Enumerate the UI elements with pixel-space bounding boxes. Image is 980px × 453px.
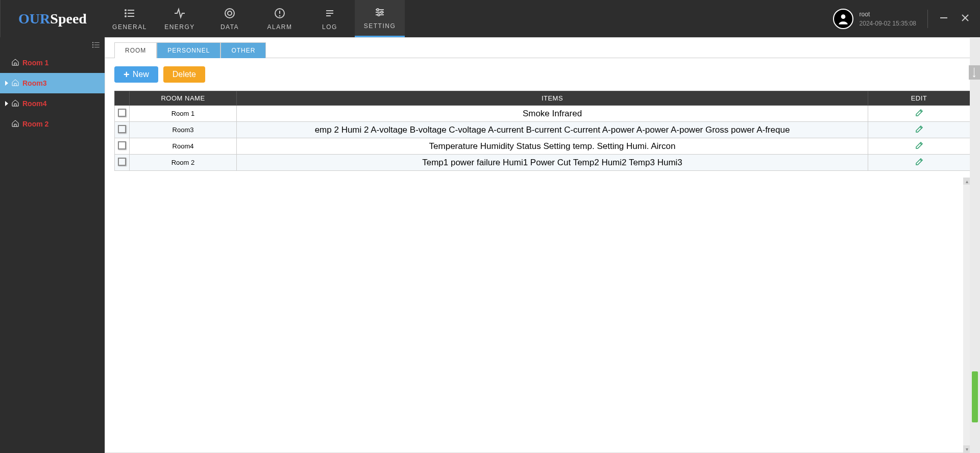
svg-point-7 [228,11,232,15]
svg-point-20 [841,14,845,19]
row-checkbox[interactable] [118,158,126,166]
nav-energy[interactable]: ENERGY [155,0,205,37]
nav-label: ALARM [267,23,292,31]
sidebar-item-label: Room4 [22,99,46,108]
scroll-track[interactable] [963,185,970,445]
app-body: Room 1 Room3 Room4 Room 2 ROOM PERSONNEL [0,37,980,453]
row-room-name: Room 1 [130,106,237,122]
logo-part2: Speed [50,11,87,27]
header-right: root 2024-09-02 15:35:08 [833,0,970,37]
row-checkbox[interactable] [118,109,126,117]
sidebar-collapse-icon[interactable] [91,40,101,52]
rooms-table: ROOM NAME ITEMS EDIT Room 1Smoke Infrare… [114,91,970,171]
home-icon [11,119,19,129]
sidebar-item-room2[interactable]: Room 2 [0,114,105,134]
nav-data[interactable]: DATA [205,0,255,37]
sliders-icon [374,6,386,18]
chevron-right-icon [5,81,8,86]
new-button[interactable]: + New [114,66,158,83]
row-edit-cell [868,155,970,171]
nav-label: GENERAL [112,23,147,31]
nav-bar: GENERAL ENERGY DATA ALARM LOG SETTING [105,0,405,37]
tab-other[interactable]: OTHER [220,42,266,58]
svg-point-5 [125,16,126,17]
row-edit-cell [868,122,970,138]
svg-point-10 [280,15,280,16]
row-check-cell [115,122,130,138]
delete-button-label: Delete [173,70,196,79]
row-checkbox[interactable] [118,125,126,133]
tab-bar: ROOM PERSONNEL OTHER [105,38,979,58]
col-header-edit: EDIT [868,91,970,106]
row-check-cell [115,155,130,171]
delete-button[interactable]: Delete [163,66,205,83]
edit-icon[interactable] [915,127,924,135]
home-icon [11,79,19,88]
tab-personnel[interactable]: PERSONNEL [157,42,220,58]
row-room-name: Room3 [130,122,237,138]
sidebar-item-room1[interactable]: Room 1 [0,53,105,73]
home-icon [11,58,19,68]
edit-icon[interactable] [915,110,924,119]
user-avatar[interactable] [833,9,853,29]
nav-setting[interactable]: SETTING [355,0,405,37]
sidebar-item-label: Room3 [22,79,46,87]
svg-point-17 [377,9,379,11]
scroll-thumb[interactable] [972,371,978,422]
row-items: Smoke Infrared [237,106,868,122]
row-edit-cell [868,106,970,122]
new-button-label: New [133,70,149,79]
close-button[interactable] [961,13,970,24]
chevron-right-icon [5,101,8,106]
main-panel: ROOM PERSONNEL OTHER + New Delete ROOM N… [105,37,980,453]
tab-room[interactable]: ROOM [114,42,157,58]
outer-scroll-panel[interactable] [970,37,980,453]
nav-label: DATA [220,23,239,31]
nav-label: LOG [322,23,337,31]
row-room-name: Room 2 [130,155,237,171]
minimize-button[interactable] [939,13,948,24]
sidebar: Room 1 Room3 Room4 Room 2 [0,37,105,453]
sidebar-item-label: Room 2 [22,120,48,128]
col-header-room: ROOM NAME [130,91,237,106]
sidebar-item-room4[interactable]: Room4 [0,93,105,114]
divider [927,10,928,28]
row-room-name: Room4 [130,138,237,155]
svg-point-19 [378,14,380,16]
app-header: OURSpeed GENERAL ENERGY DATA ALARM LOG S… [0,0,980,37]
nav-log[interactable]: LOG [305,0,355,37]
table-row: Room 1Smoke Infrared [115,106,970,122]
logo-part1: OUR [18,11,50,27]
sidebar-item-room3[interactable]: Room3 [0,73,105,93]
scroll-up-icon[interactable]: ▴ [963,178,970,185]
svg-point-29 [92,47,93,48]
nav-label: SETTING [364,22,396,30]
row-checkbox[interactable] [118,141,126,149]
svg-point-3 [125,10,126,11]
table-row: Room3emp 2 Humi 2 A-voltage B-voltage C-… [115,122,970,138]
plus-icon: + [124,69,130,80]
svg-point-28 [92,44,93,45]
col-header-items: ITEMS [237,91,868,106]
lines-icon [324,7,336,19]
side-flyout-tab[interactable]: ⟶ [969,65,980,80]
table-row: Room4Temperature Humidity Status Setting… [115,138,970,155]
scroll-down-icon[interactable]: ▾ [963,445,970,452]
home-icon [11,99,19,109]
toolbar: + New Delete [105,58,979,91]
table-scrollbar[interactable]: ▴ ▾ [963,178,970,452]
svg-point-18 [381,11,383,13]
row-items: Temperature Humidity Status Setting temp… [237,138,868,155]
svg-point-6 [225,9,234,18]
nav-alarm[interactable]: ALARM [255,0,305,37]
app-logo: OURSpeed [0,0,105,37]
sidebar-item-label: Room 1 [22,59,48,67]
edit-icon[interactable] [915,159,924,168]
row-edit-cell [868,138,970,155]
username: root [860,10,916,19]
user-datetime: 2024-09-02 15:35:08 [860,19,916,28]
list-icon [124,7,136,19]
edit-icon[interactable] [915,143,924,152]
user-info: root 2024-09-02 15:35:08 [860,10,916,28]
nav-general[interactable]: GENERAL [105,0,155,37]
